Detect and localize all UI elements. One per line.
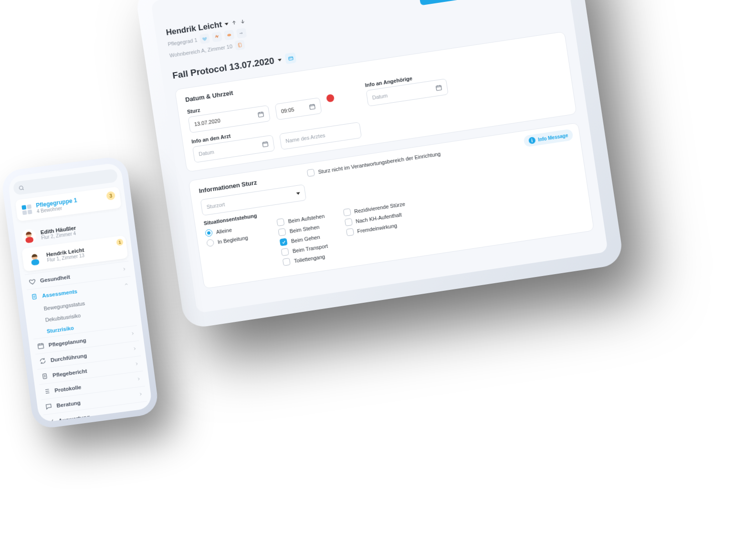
calendar-icon: [37, 342, 45, 350]
svg-rect-9: [238, 43, 242, 47]
avatar: [21, 228, 37, 245]
calendar-icon: [308, 103, 316, 110]
phone-screen: Pflegegruppe 1 4 Bewohner 3 Edith Häußle…: [7, 162, 153, 423]
external-checkbox[interactable]: [307, 169, 315, 177]
chevron-icon: [122, 266, 127, 272]
sidebar-item-label: Protokolle: [54, 384, 81, 393]
calendar-icon: [257, 110, 265, 118]
clipboard-icon: [30, 293, 38, 301]
status-chip-2[interactable]: [212, 32, 223, 43]
sidebar-item-label: Beratung: [56, 399, 81, 408]
status-chip-3[interactable]: [224, 30, 235, 41]
group-badge: 3: [106, 191, 116, 201]
chevron-icon: [132, 346, 137, 352]
info-icon: i: [528, 137, 536, 144]
chevron-icon: [134, 361, 139, 367]
svg-point-15: [19, 185, 23, 190]
sidebar-item-label: Gesundheit: [40, 274, 70, 283]
sidebar-nav: Gesundheit Assessments BewegungsstatusDe…: [25, 261, 149, 423]
expand-icon[interactable]: [285, 52, 297, 64]
clipboard-icon: [41, 372, 49, 380]
calendar-icon: [435, 84, 442, 92]
sturz-time-input[interactable]: 09:05: [275, 97, 322, 120]
svg-rect-12: [310, 105, 315, 110]
chat-icon: [45, 403, 53, 411]
tablet-device: Report New Fall Edit Fall Protocol Hendr…: [135, 0, 624, 330]
external-checkbox-label: Sturz nicht im Verantwortungsbereich der…: [318, 150, 441, 174]
svg-rect-24: [42, 373, 47, 379]
arrow-down-icon[interactable]: [240, 18, 246, 25]
sidebar-item-label: Assessments: [42, 288, 77, 298]
svg-rect-11: [258, 112, 264, 117]
svg-rect-23: [38, 343, 43, 349]
status-chip-4[interactable]: [236, 28, 247, 39]
svg-point-8: [227, 33, 231, 36]
chevron-icon: [124, 281, 129, 288]
sidebar-item-label: Auswertung: [58, 414, 90, 423]
chevron-down-icon: [278, 58, 282, 61]
list-icon: [42, 387, 51, 395]
sidebar-item-label: Durchführung: [50, 352, 87, 363]
refresh-icon: [39, 357, 47, 365]
sidebar-item-label: Pflegeplanung: [48, 337, 86, 348]
chevron-icon: [136, 376, 141, 382]
status-chip-5[interactable]: [234, 40, 245, 51]
alert-badge-icon[interactable]: [326, 94, 335, 102]
tablet-screen: Report New Fall Edit Fall Protocol Hendr…: [151, 0, 608, 313]
grid-icon: [21, 204, 32, 214]
search-icon: [18, 184, 25, 192]
calendar-icon: [262, 140, 269, 148]
chevron-down-icon: [296, 192, 300, 195]
info-message-pill[interactable]: i Info Message: [523, 128, 574, 147]
svg-rect-22: [32, 294, 36, 299]
pflegegrad-label: Pflegegrad 1: [168, 37, 198, 47]
arrow-up-icon[interactable]: [231, 20, 238, 26]
resident-badge: 1: [116, 238, 124, 246]
phone-device: Pflegegruppe 1 4 Bewohner 3 Edith Häußle…: [0, 155, 160, 430]
chevron-down-icon: [224, 22, 229, 25]
sidebar-item-label: Pflegebericht: [52, 368, 87, 378]
chevron-icon: [130, 330, 135, 337]
chevron-icon: [138, 391, 143, 397]
heart-icon: [28, 277, 36, 286]
svg-rect-13: [436, 85, 442, 91]
svg-rect-10: [288, 56, 293, 60]
avatar: [27, 251, 43, 267]
svg-rect-14: [262, 142, 268, 147]
chart-icon: [47, 417, 55, 423]
status-chip-1[interactable]: [200, 33, 210, 44]
